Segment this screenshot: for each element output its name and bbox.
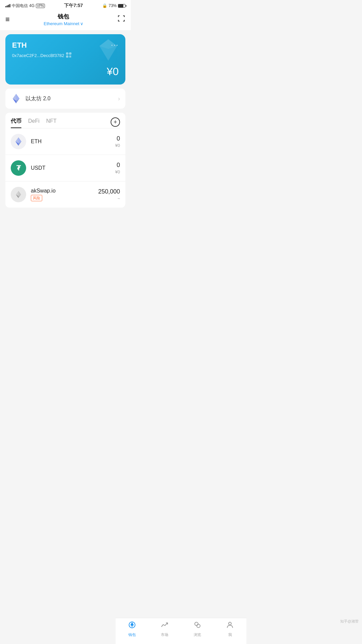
- status-right: 🔒 73%: [102, 3, 125, 8]
- eth-token-cny: ¥0: [115, 143, 120, 148]
- eth-token-values: 0 ¥0: [115, 135, 120, 148]
- eth-token-info: ETH: [31, 139, 115, 145]
- page-title: 钱包: [44, 13, 83, 20]
- usdt-token-info: USDT: [31, 165, 115, 171]
- eth-logo-icon: [11, 93, 21, 104]
- akswap-token-values: 250,000 ~: [98, 188, 120, 201]
- scan-icon[interactable]: [117, 14, 125, 24]
- eth-token-icon: [11, 134, 26, 149]
- usdt-token-values: 0 ¥0: [115, 162, 120, 174]
- akswap-token-amount: 250,000: [98, 188, 120, 195]
- eth-address: 0x7aceC2F2...DeccBf3782: [12, 52, 119, 59]
- eth-token-amount: 0: [115, 135, 120, 142]
- status-left: 中国电信 4G VPN: [5, 3, 45, 9]
- network-label: 以太坊 2.0: [25, 95, 51, 102]
- header: ≡ 钱包 Ethereum Mainnet ∨: [0, 10, 131, 30]
- eth-wallet-card: ETH ··· 0x7aceC2F2...DeccBf3782 ¥0: [5, 34, 125, 85]
- vpn-label: VPN: [36, 4, 45, 8]
- eth-card-balance: ¥0: [12, 65, 119, 78]
- signal-bars: [5, 4, 10, 7]
- network-chevron-icon: ›: [118, 95, 120, 102]
- usdt-token-cny: ¥0: [115, 169, 120, 174]
- menu-icon[interactable]: ≡: [5, 15, 10, 24]
- tab-defi[interactable]: DeFi: [28, 118, 40, 127]
- lock-icon: 🔒: [102, 3, 107, 8]
- token-item-eth[interactable]: ETH 0 ¥0: [5, 128, 125, 155]
- eth-token-name: ETH: [31, 139, 115, 145]
- risk-badge: 风险: [31, 195, 42, 201]
- akswap-token-icon: [11, 187, 26, 202]
- status-time: 下午7:57: [64, 3, 83, 9]
- token-list: ETH 0 ¥0 ₮ USDT 0 ¥0: [5, 128, 125, 208]
- tab-daib[interactable]: 代币: [11, 118, 21, 128]
- usdt-token-amount: 0: [115, 162, 120, 169]
- battery-icon: [118, 4, 125, 8]
- tab-nft[interactable]: NFT: [46, 118, 57, 127]
- add-token-button[interactable]: +: [111, 117, 120, 127]
- tabs-header: 代币 DeFi NFT +: [11, 113, 120, 128]
- usdt-token-icon: ₮: [11, 160, 26, 176]
- svg-rect-8: [69, 56, 70, 56]
- battery-percent: 73%: [109, 3, 117, 8]
- qr-code-icon[interactable]: [66, 52, 71, 59]
- akswap-token-name: akSwap.io: [31, 188, 98, 194]
- carrier: 中国电信: [12, 3, 28, 9]
- network-type: 4G: [29, 3, 35, 8]
- usdt-token-name: USDT: [31, 165, 115, 171]
- token-item-usdt[interactable]: ₮ USDT 0 ¥0: [5, 155, 125, 181]
- svg-rect-7: [67, 56, 68, 57]
- network-section[interactable]: 以太坊 2.0 ›: [5, 89, 125, 109]
- tabs-section: 代币 DeFi NFT +: [5, 113, 125, 128]
- eth-card-title: ETH: [12, 41, 27, 50]
- akswap-token-cny: ~: [98, 196, 120, 201]
- network-selector[interactable]: Ethereum Mainnet ∨: [44, 21, 83, 26]
- svg-rect-11: [70, 57, 71, 57]
- svg-rect-5: [70, 53, 71, 54]
- address-text: 0x7aceC2F2...DeccBf3782: [12, 53, 64, 58]
- chevron-down-icon: ∨: [80, 21, 83, 26]
- svg-rect-9: [70, 56, 71, 56]
- token-item-akswap[interactable]: akSwap.io 风险 250,000 ~: [5, 181, 125, 208]
- network-name: Ethereum Mainnet: [44, 21, 79, 26]
- svg-rect-3: [67, 53, 68, 54]
- header-center: 钱包 Ethereum Mainnet ∨: [44, 13, 83, 26]
- svg-rect-10: [69, 57, 70, 57]
- akswap-token-info: akSwap.io 风险: [31, 188, 98, 201]
- status-bar: 中国电信 4G VPN 下午7:57 🔒 73%: [0, 0, 131, 10]
